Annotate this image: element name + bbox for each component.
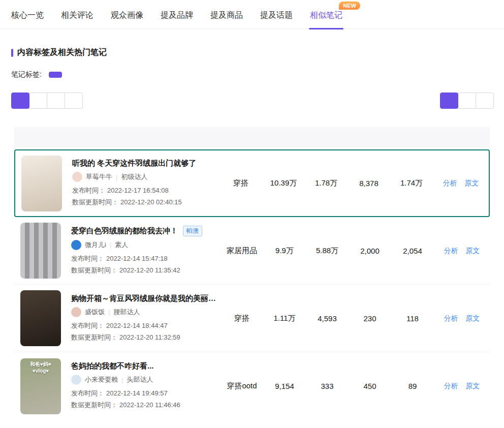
notes-table: 听我的 冬天穿这件羽绒服出门就够了 草莓牛牛 | 初级达人 发布时间：2022-… bbox=[14, 127, 490, 420]
comments-cell: 2,000 bbox=[349, 247, 391, 255]
section-header: 内容标签及相关热门笔记 bbox=[11, 47, 504, 58]
author-avatar bbox=[71, 307, 81, 317]
tab-similar-notes[interactable]: 相似笔记 NEW bbox=[309, 10, 343, 28]
tab-label: 提及商品 bbox=[210, 11, 243, 19]
tab-mentioned-products[interactable]: 提及商品 bbox=[209, 10, 244, 28]
analyze-link[interactable]: 分析 bbox=[444, 314, 458, 322]
tab-bar: 核心一览 相关评论 观众画像 提及品牌 提及商品 提及话题 相似笔记 NEW bbox=[0, 0, 504, 29]
author-level: 头部达人 bbox=[127, 375, 153, 384]
note-info-cell: 购物开箱～肯豆风羽绒服你就是我的美丽杀... 盛饭饭 | 腰部达人 发布时间：2… bbox=[14, 290, 220, 346]
analyze-link[interactable]: 分析 bbox=[443, 179, 457, 187]
sort-button[interactable] bbox=[29, 93, 47, 109]
update-time: 数据更新时间：2022-12-20 11:32:59 bbox=[71, 331, 220, 343]
sort-button-group bbox=[11, 93, 83, 109]
publish-time: 发布时间：2022-12-14 15:47:18 bbox=[71, 253, 202, 264]
author-level-divider: | bbox=[110, 241, 111, 249]
update-time: 数据更新时间：2022-12-20 11:46:46 bbox=[71, 399, 180, 411]
analyze-link[interactable]: 分析 bbox=[444, 247, 458, 255]
tag-filter-list bbox=[49, 72, 133, 78]
brand-tag-badge: 帕澳 bbox=[183, 226, 202, 236]
table-row: 爱穿白色羽绒服的都给我去冲！ 帕澳 微月儿i | 素人 发布时间：2022-12… bbox=[14, 217, 490, 285]
note-title[interactable]: 购物开箱～肯豆风羽绒服你就是我的美丽杀... bbox=[71, 294, 220, 303]
author-level-divider: | bbox=[116, 173, 117, 181]
shares-cell: 2,054 bbox=[391, 247, 434, 255]
time-range-button[interactable] bbox=[458, 93, 476, 109]
author-level-divider: | bbox=[108, 308, 110, 316]
sort-button[interactable] bbox=[11, 93, 29, 109]
filter-toolbar bbox=[11, 93, 494, 109]
update-time: 数据更新时间：2022-12-20 02:40:15 bbox=[72, 196, 196, 208]
shares-cell: 89 bbox=[391, 382, 434, 390]
similar-notes-page: 核心一览 相关评论 观众画像 提及品牌 提及商品 提及话题 相似笔记 NEW 内… bbox=[0, 0, 504, 420]
collects-cell: 4,593 bbox=[306, 314, 349, 323]
author-level: 素人 bbox=[115, 240, 128, 250]
shares-cell: 1.74万 bbox=[390, 178, 433, 188]
publish-time: 发布时间：2022-12-14 19:49:57 bbox=[71, 387, 180, 399]
note-tag-filter-item[interactable] bbox=[49, 72, 62, 78]
table-row: 听我的 冬天穿这件羽绒服出门就够了 草莓牛牛 | 初级达人 发布时间：2022-… bbox=[14, 149, 490, 217]
category-cell: 穿搭ootd bbox=[220, 381, 263, 391]
original-link[interactable]: 原文 bbox=[464, 179, 479, 187]
category-cell: 穿搭 bbox=[220, 314, 263, 323]
update-time: 数据更新时间：2022-12-20 11:35:42 bbox=[71, 264, 202, 276]
note-title[interactable]: 爱穿白色羽绒服的都给我去冲！ bbox=[71, 226, 178, 236]
note-details: 爱穿白色羽绒服的都给我去冲！ 帕澳 微月儿i | 素人 发布时间：2022-12… bbox=[71, 226, 202, 276]
likes-cell: 1.11万 bbox=[263, 314, 306, 323]
likes-cell: 9,154 bbox=[263, 382, 306, 390]
tab-label: 核心一览 bbox=[11, 11, 44, 19]
note-thumbnail[interactable] bbox=[20, 223, 61, 279]
time-range-button[interactable] bbox=[476, 93, 494, 109]
tab-label: 观众画像 bbox=[111, 11, 143, 19]
author-name: 微月儿i bbox=[85, 240, 106, 250]
note-details: 爸妈拍的我都不咋好看... 小来爱耍赖 | 头部达人 发布时间：2022-12-… bbox=[71, 361, 180, 411]
tab-related-comments[interactable]: 相关评论 bbox=[60, 10, 94, 28]
publish-time: 发布时间：2022-12-17 16:54:08 bbox=[72, 185, 196, 196]
table-row: 购物开箱～肯豆风羽绒服你就是我的美丽杀... 盛饭饭 | 腰部达人 发布时间：2… bbox=[14, 285, 490, 352]
actions-cell: 分析 原文 bbox=[433, 178, 489, 188]
table-row: 和爸♥妈♥ ♥vlog♥ 爸妈拍的我都不咋好看... 小来爱耍赖 | 头部达人 … bbox=[14, 352, 490, 420]
publish-time: 发布时间：2022-12-14 18:44:47 bbox=[71, 320, 220, 331]
collects-cell: 5.88万 bbox=[306, 246, 349, 256]
note-thumbnail[interactable] bbox=[20, 290, 61, 346]
note-title[interactable]: 爸妈拍的我都不咋好看... bbox=[71, 361, 154, 371]
tab-audience-profile[interactable]: 观众画像 bbox=[110, 10, 144, 28]
category-cell: 穿搭 bbox=[219, 178, 262, 188]
likes-cell: 10.39万 bbox=[262, 178, 305, 188]
collects-cell: 333 bbox=[306, 382, 349, 390]
note-thumbnail[interactable]: 和爸♥妈♥ ♥vlog♥ bbox=[20, 358, 61, 414]
note-thumbnail[interactable] bbox=[21, 156, 62, 211]
note-details: 听我的 冬天穿这件羽绒服出门就够了 草莓牛牛 | 初级达人 发布时间：2022-… bbox=[72, 159, 196, 208]
tab-mentioned-topics[interactable]: 提及话题 bbox=[259, 10, 294, 28]
tab-label: 相关评论 bbox=[61, 11, 93, 19]
original-link[interactable]: 原文 bbox=[465, 382, 480, 390]
tab-core-overview[interactable]: 核心一览 bbox=[10, 10, 45, 28]
original-link[interactable]: 原文 bbox=[465, 314, 480, 322]
author-name: 小来爱耍赖 bbox=[85, 375, 118, 384]
comments-cell: 8,378 bbox=[348, 179, 390, 188]
tab-label: 提及话题 bbox=[260, 11, 293, 19]
tab-label: 相似笔记 bbox=[310, 11, 342, 19]
comments-cell: 230 bbox=[349, 314, 391, 323]
note-title[interactable]: 听我的 冬天穿这件羽绒服出门就够了 bbox=[72, 159, 196, 168]
time-range-button[interactable] bbox=[440, 93, 458, 109]
author-name: 草莓牛牛 bbox=[86, 172, 112, 181]
actions-cell: 分析 原文 bbox=[434, 381, 490, 391]
category-cell: 家居用品 bbox=[220, 246, 263, 256]
analyze-link[interactable]: 分析 bbox=[444, 382, 458, 390]
author-level-divider: | bbox=[121, 376, 123, 384]
author-avatar bbox=[71, 240, 81, 250]
note-tag-filter-row: 笔记标签: bbox=[11, 70, 504, 79]
note-info-cell: 和爸♥妈♥ ♥vlog♥ 爸妈拍的我都不咋好看... 小来爱耍赖 | 头部达人 … bbox=[14, 358, 220, 414]
section-title: 内容标签及相关热门笔记 bbox=[17, 47, 107, 58]
original-link[interactable]: 原文 bbox=[465, 247, 480, 255]
tab-label: 提及品牌 bbox=[161, 11, 193, 19]
author-avatar bbox=[72, 172, 82, 182]
thumbnail-overlay-text: 和爸♥妈♥ ♥vlog♥ bbox=[20, 361, 61, 374]
author-level: 初级达人 bbox=[121, 172, 147, 181]
sort-button[interactable] bbox=[47, 93, 65, 109]
table-body: 听我的 冬天穿这件羽绒服出门就够了 草莓牛牛 | 初级达人 发布时间：2022-… bbox=[14, 149, 490, 420]
tab-mentioned-brands[interactable]: 提及品牌 bbox=[160, 10, 194, 28]
author-level: 腰部达人 bbox=[113, 308, 140, 317]
note-details: 购物开箱～肯豆风羽绒服你就是我的美丽杀... 盛饭饭 | 腰部达人 发布时间：2… bbox=[71, 294, 220, 343]
sort-button[interactable] bbox=[65, 93, 83, 109]
